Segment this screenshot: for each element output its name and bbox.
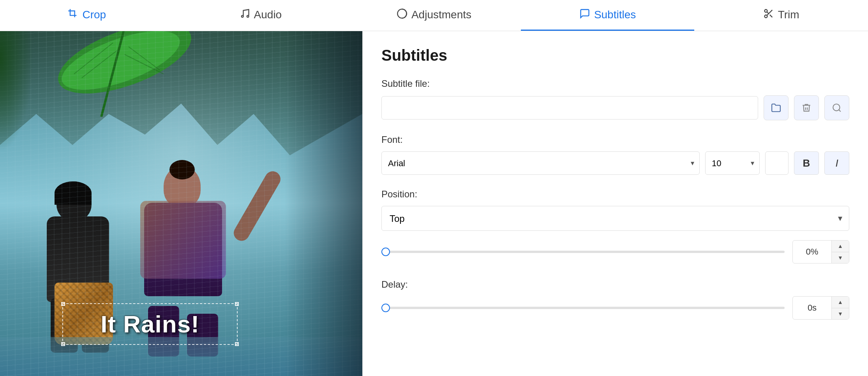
foliage-left	[0, 31, 39, 167]
subtitle-text: It Rains!	[101, 310, 199, 338]
tab-adjustments[interactable]: Adjustments	[347, 0, 521, 31]
right-shadow	[284, 31, 362, 376]
tab-crop[interactable]: Crop	[0, 0, 174, 31]
position-slider-row: 0% ▲ ▼	[381, 240, 849, 264]
delay-slider[interactable]	[381, 307, 785, 309]
panel-title: Subtitles	[381, 47, 849, 64]
delay-slider-row: 0s ▲ ▼	[381, 296, 849, 320]
svg-point-1	[764, 9, 767, 12]
open-file-button[interactable]	[764, 95, 789, 120]
delay-value: 0s	[793, 297, 832, 319]
video-background: It Rains!	[0, 31, 362, 376]
adjustments-icon	[397, 8, 408, 22]
delay-value-stepper: 0s ▲ ▼	[792, 296, 849, 320]
resize-handle-bl[interactable]	[61, 342, 65, 346]
tab-audio-label: Audio	[254, 9, 282, 21]
subtitle-overlay[interactable]: It Rains!	[62, 303, 238, 345]
position-select[interactable]: Top Center Bottom	[381, 206, 849, 231]
position-value-stepper: 0% ▲ ▼	[792, 240, 849, 264]
svg-line-5	[767, 12, 769, 14]
resize-handle-br[interactable]	[235, 342, 239, 346]
search-file-button[interactable]	[824, 95, 849, 120]
italic-button[interactable]: I	[824, 151, 849, 175]
position-label: Position:	[381, 189, 849, 200]
delay-decrement-button[interactable]: ▼	[832, 308, 849, 320]
tab-trim-label: Trim	[778, 9, 799, 21]
svg-point-13	[833, 104, 840, 111]
right-panel: Subtitles Subtitle file:	[362, 31, 868, 376]
tab-audio[interactable]: Audio	[174, 0, 348, 31]
font-size-select[interactable]: 8 10 12 14 16	[705, 151, 760, 175]
delay-stepper-arrows: ▲ ▼	[832, 297, 849, 319]
subtitles-icon	[579, 8, 590, 22]
subtitle-file-input[interactable]	[381, 96, 758, 119]
subtitle-file-label: Subtitle file:	[381, 78, 849, 89]
position-stepper-arrows: ▲ ▼	[832, 241, 849, 263]
audio-icon	[239, 8, 250, 22]
subtitle-file-row	[381, 95, 849, 120]
color-swatch-button[interactable]	[765, 151, 789, 175]
svg-point-2	[764, 15, 767, 18]
delay-label: Delay:	[381, 279, 849, 290]
position-slider[interactable]	[381, 251, 785, 253]
resize-handle-tr[interactable]	[235, 302, 239, 306]
delete-file-button[interactable]	[794, 95, 819, 120]
position-select-wrapper: Top Center Bottom ▾	[381, 206, 849, 231]
font-select-wrapper: Arial Helvetica Times New Roman Verdana …	[381, 151, 700, 175]
crop-icon	[67, 8, 78, 22]
bold-button[interactable]: B	[794, 151, 819, 175]
size-select-wrapper: 8 10 12 14 16 ▾	[705, 151, 760, 175]
tab-adjustments-label: Adjustments	[411, 9, 471, 21]
trim-icon	[763, 8, 774, 22]
tab-subtitles[interactable]: Subtitles	[521, 0, 695, 31]
delay-increment-button[interactable]: ▲	[832, 297, 849, 308]
position-increment-button[interactable]: ▲	[832, 241, 849, 252]
main-content: It Rains! Subtitles Subtitle file:	[0, 31, 868, 376]
tab-crop-label: Crop	[82, 9, 106, 21]
tab-bar: Crop Audio Adjustments Subtitles	[0, 0, 868, 31]
video-area: It Rains!	[0, 31, 362, 376]
position-value: 0%	[793, 241, 832, 263]
tab-subtitles-label: Subtitles	[594, 9, 636, 21]
resize-handle-tl[interactable]	[61, 302, 65, 306]
svg-line-4	[770, 14, 772, 17]
font-row: Arial Helvetica Times New Roman Verdana …	[381, 151, 849, 175]
font-label: Font:	[381, 134, 849, 145]
svg-line-14	[839, 110, 841, 112]
position-decrement-button[interactable]: ▼	[832, 252, 849, 264]
tab-trim[interactable]: Trim	[694, 0, 868, 31]
font-select[interactable]: Arial Helvetica Times New Roman Verdana …	[381, 151, 700, 175]
